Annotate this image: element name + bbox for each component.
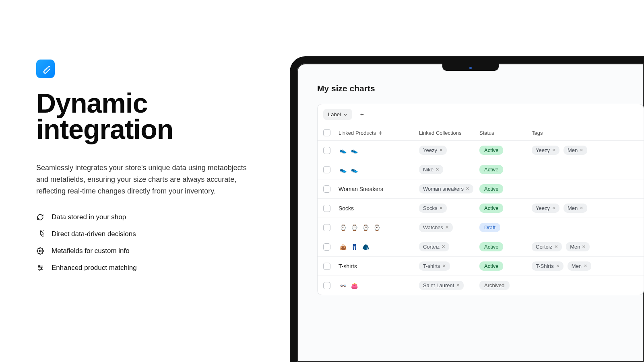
add-view-button[interactable]: +	[357, 109, 367, 120]
row-checkbox[interactable]	[323, 243, 330, 251]
remove-icon[interactable]: ✕	[554, 244, 558, 249]
row-checkbox[interactable]	[323, 185, 330, 193]
table-row[interactable]: 👓👛Saint Laurent✕Archived	[318, 276, 644, 295]
tag-pill[interactable]: Men✕	[564, 146, 587, 155]
status-cell: Active	[479, 146, 532, 155]
table-row[interactable]: Woman SneakersWoman sneakers✕Active	[318, 179, 644, 199]
product-thumb: 👟	[339, 165, 347, 174]
remove-icon[interactable]: ✕	[580, 206, 583, 211]
status-cell: Active	[479, 165, 532, 174]
table-row[interactable]: 👜👖🧥Corteiz✕ActiveCorteiz✕Men✕	[318, 237, 644, 257]
remove-icon[interactable]: ✕	[552, 148, 555, 153]
tags-cell: Yeezy✕Men✕	[532, 204, 638, 213]
collection-tag[interactable]: T-shirts✕	[419, 261, 450, 271]
linked-products-cell: Woman Sneakers	[339, 186, 419, 192]
tag-pill[interactable]: Yeezy✕	[532, 204, 559, 213]
collection-tag[interactable]: Corteiz✕	[419, 242, 449, 251]
tag-pill[interactable]: T-Shirts✕	[532, 261, 564, 271]
tag-pill[interactable]: Yeezy✕	[532, 146, 559, 155]
remove-icon[interactable]: ✕	[552, 206, 555, 211]
remove-icon[interactable]: ✕	[436, 167, 439, 172]
svg-point-4	[39, 250, 41, 252]
remove-icon[interactable]: ✕	[584, 263, 587, 269]
status-cell: Archived	[479, 281, 532, 290]
linked-products-cell: 👜👖🧥	[339, 243, 419, 251]
panel-title: My size charts	[317, 84, 644, 93]
tag-pill[interactable]: Corteiz✕	[532, 242, 562, 251]
tags-cell: Corteiz✕Men✕	[532, 242, 638, 251]
remove-icon[interactable]: ✕	[439, 148, 443, 153]
hero-title: Dynamic integration	[36, 90, 262, 142]
status-badge: Active	[479, 261, 503, 271]
status-badge: Active	[479, 242, 503, 251]
row-checkbox[interactable]	[323, 147, 330, 154]
linked-collections-cell: Woman sneakers✕	[419, 184, 479, 193]
screen-content: My size charts Label + Linked Products ▲…	[297, 64, 644, 295]
remove-icon[interactable]: ✕	[439, 206, 443, 211]
linked-collections-cell: Watches✕	[419, 223, 479, 232]
linked-collections-cell: Corteiz✕	[419, 242, 479, 251]
linked-products-cell: T-shirts	[339, 263, 419, 269]
product-thumb: 👖	[350, 243, 359, 251]
size-charts-table: Linked Products ▲▼ Linked Collections St…	[318, 125, 644, 295]
remove-icon[interactable]: ✕	[582, 244, 586, 249]
feature-item: Enhanced product matching	[36, 264, 262, 272]
select-all-checkbox[interactable]	[323, 129, 330, 136]
collection-tag[interactable]: Nike✕	[419, 165, 443, 174]
tag-pill[interactable]: Men✕	[564, 204, 587, 213]
remove-icon[interactable]: ✕	[556, 263, 559, 269]
app-ruler-icon	[36, 60, 55, 78]
linked-products-cell: Socks	[339, 205, 419, 212]
size-charts-card: Label + Linked Products ▲▼ Linked Collec…	[317, 104, 644, 295]
column-status[interactable]: Status	[479, 130, 532, 136]
feature-label: Data stored in your shop	[52, 213, 126, 221]
column-linked-products[interactable]: Linked Products ▲▼	[339, 130, 419, 136]
svg-point-10	[39, 269, 40, 270]
collection-tag[interactable]: Socks✕	[419, 204, 447, 213]
column-tags[interactable]: Tags	[532, 130, 638, 136]
product-thumb: ⌚	[339, 223, 347, 232]
collection-tag[interactable]: Woman sneakers✕	[419, 184, 473, 193]
linked-products-cell: 👟👟	[339, 146, 419, 155]
table-row[interactable]: 👟👟Nike✕Active	[318, 160, 644, 179]
table-row[interactable]: SocksSocks✕ActiveYeezy✕Men✕	[318, 199, 644, 218]
product-thumb: ⌚	[350, 223, 359, 232]
feature-item: Data stored in your shop	[36, 213, 262, 221]
feature-label: Enhanced product matching	[52, 264, 137, 272]
linked-collections-cell: Saint Laurent✕	[419, 281, 479, 290]
svg-line-2	[45, 68, 46, 70]
collection-tag[interactable]: Saint Laurent✕	[419, 281, 464, 290]
row-checkbox[interactable]	[323, 166, 330, 173]
product-thumb: 👟	[350, 146, 359, 155]
feature-item: Metafields for custom info	[36, 247, 262, 255]
remove-icon[interactable]: ✕	[442, 263, 446, 269]
linked-collections-cell: Nike✕	[419, 165, 479, 174]
remove-icon[interactable]: ✕	[442, 244, 445, 249]
tag-pill[interactable]: Men✕	[568, 261, 591, 271]
sliders-icon	[36, 264, 44, 272]
svg-line-1	[44, 69, 45, 70]
table-row[interactable]: ⌚⌚⌚⌚Watches✕Draft	[318, 218, 644, 237]
tablet-notch	[442, 63, 499, 71]
gear-icon	[36, 247, 44, 255]
tag-pill[interactable]: Men✕	[566, 242, 590, 251]
remove-icon[interactable]: ✕	[456, 283, 460, 288]
label-dropdown-button[interactable]: Label	[323, 109, 352, 120]
table-row[interactable]: T-shirtsT-shirts✕ActiveT-Shirts✕Men✕	[318, 257, 644, 276]
remove-icon[interactable]: ✕	[445, 225, 449, 230]
column-linked-collections[interactable]: Linked Collections	[419, 130, 479, 136]
product-thumb: 👛	[350, 281, 359, 290]
row-checkbox[interactable]	[323, 205, 330, 212]
table-row[interactable]: 👟👟Yeezy✕ActiveYeezy✕Men✕	[318, 141, 644, 160]
row-checkbox[interactable]	[323, 282, 330, 289]
card-toolbar: Label +	[318, 104, 644, 125]
row-checkbox[interactable]	[323, 263, 330, 270]
collection-tag[interactable]: Watches✕	[419, 223, 453, 232]
status-badge: Active	[479, 204, 503, 213]
remove-icon[interactable]: ✕	[580, 148, 583, 153]
row-checkbox[interactable]	[323, 224, 330, 231]
table-body: 👟👟Yeezy✕ActiveYeezy✕Men✕👟👟Nike✕ActiveWom…	[318, 141, 644, 295]
collection-tag[interactable]: Yeezy✕	[419, 146, 447, 155]
remove-icon[interactable]: ✕	[466, 186, 469, 191]
status-cell: Active	[479, 204, 532, 213]
